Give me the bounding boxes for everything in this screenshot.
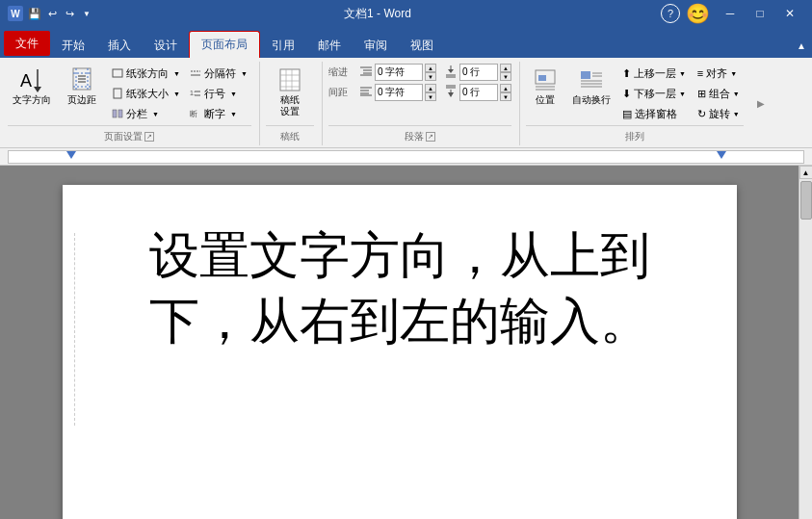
selection-pane-icon: ▤ bbox=[622, 108, 632, 120]
columns-label: 分栏 bbox=[126, 107, 147, 121]
group-icon: ⊞ bbox=[697, 88, 706, 100]
columns-button[interactable]: 分栏 ▼ bbox=[108, 104, 184, 123]
align-icon: ≡ bbox=[697, 67, 703, 79]
spacing-before-control: ▲ ▼ bbox=[444, 64, 511, 81]
spacing-after-input[interactable] bbox=[459, 84, 498, 101]
ruler-right-handle[interactable] bbox=[717, 151, 726, 159]
redo-qat-button[interactable]: ↪ bbox=[62, 6, 77, 21]
paragraph-expand[interactable]: ↗ bbox=[426, 132, 435, 142]
breaks-button[interactable]: 分隔符 ▼ bbox=[186, 64, 251, 83]
tab-file[interactable]: 文件 bbox=[4, 31, 50, 56]
spacing-before-input[interactable] bbox=[459, 64, 498, 81]
arrange-col4: ≡ 对齐 ▼ ⊞ 组合 ▼ ↻ 旋转 ▼ bbox=[694, 64, 744, 123]
tab-review[interactable]: 审阅 bbox=[353, 33, 399, 58]
small-buttons-col2: 分隔符 ▼ 1: 行号 ▼ 断 断字 ▼ bbox=[186, 64, 251, 123]
window-title: 文档1 - Word bbox=[94, 6, 661, 22]
tab-layout[interactable]: 页面布局 bbox=[189, 31, 260, 58]
indent-left-input[interactable] bbox=[375, 64, 423, 81]
paper-size-label: 纸张大小 bbox=[126, 87, 169, 101]
ribbon-right-arrow[interactable]: ▶ bbox=[753, 62, 769, 145]
group-button[interactable]: ⊞ 组合 ▼ bbox=[694, 84, 744, 103]
spacing-before-icon-wrap bbox=[444, 65, 458, 80]
tab-home[interactable]: 开始 bbox=[50, 33, 96, 58]
align-button[interactable]: ≡ 对齐 ▼ bbox=[694, 64, 744, 83]
hyphenation-label: 断字 bbox=[204, 107, 225, 121]
tab-insert[interactable]: 插入 bbox=[96, 33, 143, 58]
spacing-after-spinners: ▲ ▼ bbox=[500, 84, 511, 101]
maximize-button[interactable]: □ bbox=[746, 0, 774, 27]
tab-mail[interactable]: 邮件 bbox=[306, 33, 353, 58]
paper-size-arrow: ▼ bbox=[173, 91, 180, 97]
paper-label: 稿纸 bbox=[280, 130, 300, 143]
spacing-after-icon-wrap bbox=[444, 85, 458, 100]
selection-pane-label: 选择窗格 bbox=[635, 107, 677, 121]
tab-design[interactable]: 设计 bbox=[143, 33, 189, 58]
manuscript-icon bbox=[276, 65, 303, 94]
ruler-left-handle[interactable] bbox=[66, 151, 76, 159]
breaks-arrow: ▼ bbox=[241, 70, 248, 77]
qat-dropdown-button[interactable]: ▼ bbox=[79, 6, 94, 21]
indent-right-icon-wrap bbox=[359, 85, 373, 100]
manuscript-button[interactable]: 稿纸设置 bbox=[266, 64, 314, 119]
svg-rect-14 bbox=[118, 110, 122, 117]
wrap-text-button[interactable]: 自动换行 bbox=[568, 64, 615, 108]
hyphenation-arrow: ▼ bbox=[230, 111, 237, 117]
close-button[interactable]: ✕ bbox=[775, 0, 804, 27]
indent-left-spinners: ▲ ▼ bbox=[425, 64, 436, 81]
arrange-col2: 自动换行 bbox=[568, 64, 615, 108]
send-backward-arrow: ▼ bbox=[679, 91, 686, 97]
scroll-thumb[interactable] bbox=[800, 181, 812, 220]
rotate-button[interactable]: ↻ 旋转 ▼ bbox=[694, 104, 744, 123]
margins-icon bbox=[69, 65, 94, 94]
spacing-after-down[interactable]: ▼ bbox=[500, 92, 511, 101]
paper-orientation-button[interactable]: 纸张方向 ▼ bbox=[108, 64, 184, 83]
spacing-after-up[interactable]: ▲ bbox=[500, 84, 511, 92]
vertical-scrollbar: ▲ ▼ bbox=[799, 166, 812, 519]
selection-pane-button[interactable]: ▤ 选择窗格 bbox=[618, 104, 690, 123]
svg-rect-12 bbox=[114, 89, 121, 98]
indent-left-down[interactable]: ▼ bbox=[425, 72, 436, 81]
hyphenation-button[interactable]: 断 断字 ▼ bbox=[186, 104, 251, 123]
bring-forward-icon: ⬆ bbox=[622, 67, 631, 80]
indent-left-control: ▲ ▼ bbox=[359, 64, 436, 81]
page-setup-expand[interactable]: ↗ bbox=[144, 132, 154, 142]
tab-view[interactable]: 视图 bbox=[399, 33, 445, 58]
indent-right-spinners: ▲ ▼ bbox=[425, 84, 436, 101]
svg-marker-32 bbox=[448, 69, 454, 73]
svg-marker-2 bbox=[34, 87, 41, 92]
title-bar: W 💾 ↩ ↪ ▼ 文档1 - Word ? 😊 ─ □ ✕ bbox=[0, 0, 812, 27]
spacing-before-down[interactable]: ▼ bbox=[500, 72, 511, 81]
position-button[interactable]: 位置 bbox=[526, 64, 564, 108]
ribbon-collapse-button[interactable]: ▲ bbox=[791, 33, 812, 58]
breaks-label: 分隔符 bbox=[204, 66, 236, 81]
ribbon-group-paper: 稿纸设置 稿纸 bbox=[262, 62, 323, 145]
paper-orientation-icon bbox=[112, 67, 123, 79]
save-qat-button[interactable]: 💾 bbox=[27, 6, 42, 21]
text-direction-label: 文字方向 bbox=[13, 94, 51, 106]
arrange-col3: ⬆ 上移一层 ▼ ⬇ 下移一层 ▼ ▤ 选择窗格 bbox=[618, 64, 690, 123]
page-text-content[interactable]: 设置文字方向，从上到下，从右到左的输入。 bbox=[149, 223, 679, 353]
send-backward-button[interactable]: ⬇ 下移一层 ▼ bbox=[618, 84, 690, 103]
tab-references[interactable]: 引用 bbox=[260, 33, 306, 58]
indent-left-up[interactable]: ▲ bbox=[425, 64, 436, 72]
indent-right-down[interactable]: ▼ bbox=[425, 92, 436, 101]
help-button[interactable]: ? bbox=[661, 4, 680, 23]
margins-button[interactable]: 页边距 bbox=[58, 64, 106, 108]
svg-rect-13 bbox=[113, 110, 117, 117]
paper-size-button[interactable]: 纸张大小 ▼ bbox=[108, 84, 184, 103]
line-numbers-button[interactable]: 1: 行号 ▼ bbox=[186, 84, 251, 103]
minimize-button[interactable]: ─ bbox=[716, 0, 745, 27]
spacing-before-icon bbox=[444, 65, 458, 78]
indent-right-up[interactable]: ▲ bbox=[425, 84, 436, 92]
spacing-after-icon bbox=[444, 85, 458, 98]
scroll-up-button[interactable]: ▲ bbox=[799, 166, 813, 179]
paper-size-icon bbox=[112, 88, 123, 99]
rotate-arrow: ▼ bbox=[733, 111, 740, 117]
paper-orientation-label: 纸张方向 bbox=[126, 66, 169, 81]
spacing-before-up[interactable]: ▲ bbox=[500, 64, 511, 72]
spacing-before-spinners: ▲ ▼ bbox=[500, 64, 511, 81]
bring-forward-button[interactable]: ⬆ 上移一层 ▼ bbox=[618, 64, 690, 83]
text-direction-button[interactable]: A 文字方向 bbox=[8, 64, 56, 108]
undo-qat-button[interactable]: ↩ bbox=[44, 6, 60, 21]
indent-right-input[interactable] bbox=[375, 84, 423, 101]
